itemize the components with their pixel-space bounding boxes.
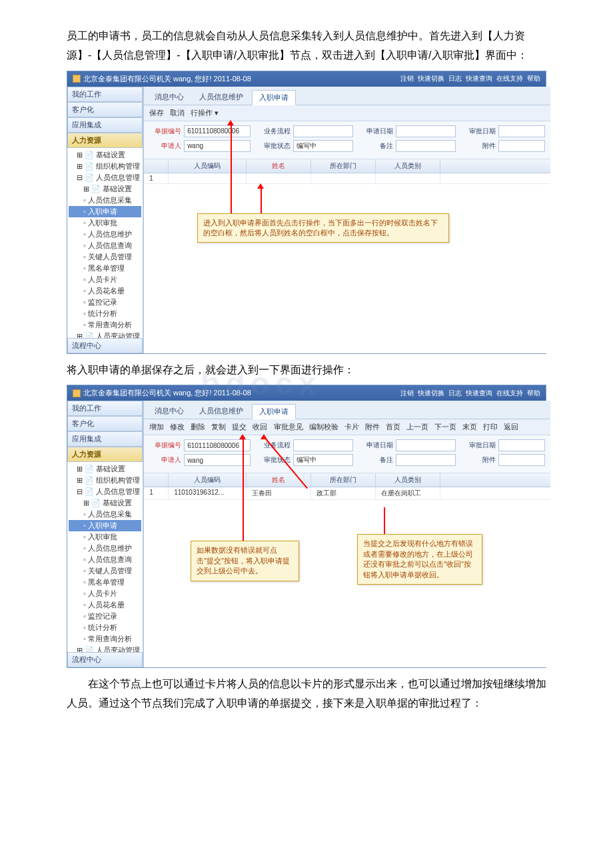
tab-ruzhi[interactable]: 入职申请 [252, 90, 296, 105]
btn-next[interactable]: 下一页 [434, 423, 456, 431]
tab-weihu[interactable]: 人员信息维护 [193, 90, 250, 104]
field-sqr[interactable]: wang [184, 140, 251, 152]
link-logout[interactable]: 注销 [400, 389, 414, 398]
tree-biandong[interactable]: ⊞ 📄 人员变动管理 [69, 645, 141, 652]
link-support[interactable]: 在线支持 [496, 74, 523, 83]
tab-xiaoxi[interactable]: 消息中心 [148, 404, 191, 418]
tree-kapian[interactable]: ◦ 人员卡片 [69, 588, 141, 599]
field-yewu[interactable] [293, 125, 353, 137]
tab-xiaoxi[interactable]: 消息中心 [148, 90, 191, 104]
field-sprq[interactable] [498, 125, 545, 137]
btn-prev[interactable]: 上一页 [406, 423, 428, 431]
link-log[interactable]: 日志 [448, 389, 462, 398]
tree-changyong[interactable]: ◦ 常用查询分析 [69, 319, 141, 331]
tree-weihu[interactable]: ◦ 人员信息维护 [69, 543, 141, 554]
field-spzt[interactable]: 编写中 [293, 454, 353, 466]
link-help[interactable]: 帮助 [527, 389, 540, 398]
btn-cancel[interactable]: 取消 [170, 109, 185, 117]
btn-card[interactable]: 卡片 [344, 423, 359, 431]
col-bumen[interactable]: 所在部门 [311, 159, 376, 173]
sidebar-renli[interactable]: 人力资源 [67, 133, 143, 148]
link-support[interactable]: 在线支持 [496, 389, 523, 398]
sidebar-kehuhua[interactable]: 客户化 [67, 416, 143, 431]
field-fujian[interactable] [498, 454, 545, 466]
link-logout[interactable]: 注销 [400, 74, 414, 83]
grid-row[interactable]: 1 [144, 173, 550, 184]
field-yewu[interactable] [293, 439, 353, 451]
tree-huaming[interactable]: ◦ 人员花名册 [69, 285, 141, 297]
field-spzt[interactable]: 编写中 [293, 140, 353, 152]
field-sqrq[interactable] [396, 439, 456, 451]
btn-attach[interactable]: 附件 [365, 423, 380, 431]
tree-caiji[interactable]: ◦ 人员信息采集 [69, 195, 141, 206]
link-switch[interactable]: 快速切换 [418, 389, 444, 398]
tree-weihu[interactable]: ◦ 人员信息维护 [69, 229, 141, 240]
col-leibie[interactable]: 人员类别 [376, 473, 440, 487]
link-log[interactable]: 日志 [448, 74, 462, 83]
field-danju[interactable]: 61011108080006 [184, 125, 251, 137]
tree-tongji[interactable]: ◦ 统计分析 [69, 622, 141, 633]
tree-ruzhi-sp[interactable]: ◦ 入职审批 [69, 217, 141, 229]
tree-caiji[interactable]: ◦ 人员信息采集 [69, 509, 141, 520]
field-danju[interactable]: 61011108080006 [184, 439, 251, 451]
field-beizhu[interactable] [396, 454, 456, 466]
tree-jichu2[interactable]: ⊞ 📄 基础设置 [69, 183, 141, 195]
link-help[interactable]: 帮助 [527, 74, 540, 83]
field-fujian[interactable] [498, 140, 545, 152]
tree-changyong[interactable]: ◦ 常用查询分析 [69, 633, 141, 645]
tree-zuzhi[interactable]: ⊞ 📄 组织机构管理 [69, 475, 141, 486]
tab-ruzhi[interactable]: 入职申请 [252, 404, 296, 419]
btn-recall[interactable]: 收回 [253, 423, 267, 431]
field-beizhu[interactable] [396, 140, 456, 152]
btn-edit[interactable]: 修改 [170, 423, 185, 431]
tree-jichu[interactable]: ⊞ 📄 基础设置 [69, 149, 141, 161]
tree-guanjian[interactable]: ◦ 关键人员管理 [69, 251, 141, 263]
sidebar-yingyong[interactable]: 应用集成 [67, 431, 143, 447]
tree-biandong[interactable]: ⊞ 📄 人员变动管理 [69, 331, 141, 338]
col-bumen[interactable]: 所在部门 [311, 473, 376, 487]
tab-weihu[interactable]: 人员信息维护 [193, 404, 250, 418]
col-xingming[interactable]: 姓名 [247, 159, 311, 173]
grid-row-2[interactable]: 1 110103196312... 王春田 政工部 在册在岗职工 [144, 487, 550, 500]
col-leibie[interactable]: 人员类别 [376, 159, 440, 173]
tree-heiming[interactable]: ◦ 黑名单管理 [69, 577, 141, 588]
col-bianma[interactable]: 人员编码 [169, 159, 247, 173]
btn-add[interactable]: 增加 [149, 423, 164, 431]
tree-tongji[interactable]: ◦ 统计分析 [69, 308, 141, 319]
btn-check[interactable]: 编制校验 [309, 423, 338, 431]
sidebar-liucheng[interactable]: 流程中心 [67, 338, 143, 353]
btn-opinion[interactable]: 审批意见 [274, 423, 303, 431]
link-query[interactable]: 快速查询 [466, 389, 492, 398]
tree-jichu2[interactable]: ⊞ 📄 基础设置 [69, 497, 141, 509]
sidebar-renli[interactable]: 人力资源 [67, 447, 143, 462]
field-sqr[interactable]: wang [184, 454, 251, 466]
tree-jichu[interactable]: ⊞ 📄 基础设置 [69, 463, 141, 475]
tree-heiming[interactable]: ◦ 黑名单管理 [69, 263, 141, 274]
tree-chaxun[interactable]: ◦ 人员信息查询 [69, 240, 141, 251]
sidebar-liucheng[interactable]: 流程中心 [67, 652, 143, 667]
btn-save[interactable]: 保存 [149, 109, 164, 117]
btn-print[interactable]: 打印 [483, 423, 498, 431]
btn-submit[interactable]: 提交 [232, 423, 247, 431]
tree-guanjian[interactable]: ◦ 关键人员管理 [69, 565, 141, 577]
col-bianma[interactable]: 人员编码 [169, 473, 247, 487]
tree-kapian[interactable]: ◦ 人员卡片 [69, 274, 141, 285]
tree-zuzhi[interactable]: ⊞ 📄 组织机构管理 [69, 161, 141, 172]
field-sqrq[interactable] [396, 125, 456, 137]
link-switch[interactable]: 快速切换 [418, 74, 444, 83]
tree-renyuan[interactable]: ⊟ 📄 人员信息管理 [69, 486, 141, 497]
tree-renyuan[interactable]: ⊟ 📄 人员信息管理 [69, 172, 141, 183]
sidebar-mywork[interactable]: 我的工作 [67, 87, 143, 102]
btn-return[interactable]: 返回 [504, 423, 518, 431]
tree-ruzhi-sq[interactable]: ◦ 入职申请 [69, 206, 141, 217]
tree-ruzhi-sq[interactable]: ◦ 入职申请 [69, 520, 141, 531]
btn-rowop[interactable]: 行操作 ▾ [191, 109, 219, 117]
field-sprq[interactable] [498, 439, 545, 451]
tree-ruzhi-sp[interactable]: ◦ 入职审批 [69, 531, 141, 543]
btn-first[interactable]: 首页 [386, 423, 400, 431]
tree-huaming[interactable]: ◦ 人员花名册 [69, 599, 141, 611]
tree-jiankong[interactable]: ◦ 监控记录 [69, 611, 141, 622]
btn-copy[interactable]: 复制 [211, 423, 226, 431]
tree-chaxun[interactable]: ◦ 人员信息查询 [69, 554, 141, 565]
btn-last[interactable]: 末页 [462, 423, 477, 431]
